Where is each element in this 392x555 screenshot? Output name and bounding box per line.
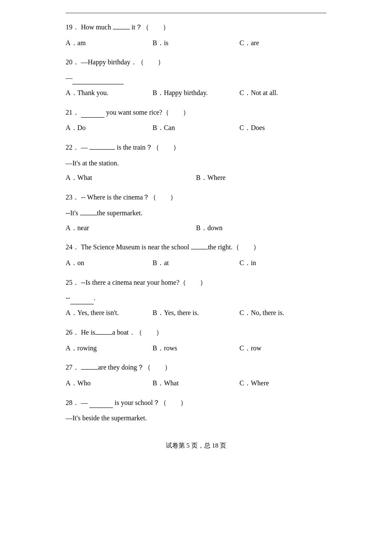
q27-number: 27． [66, 364, 79, 371]
q25-number: 25． [66, 279, 79, 286]
q28-response: —It's beside the supermarket. [66, 414, 147, 422]
q22-options: A．What B．Where [66, 172, 326, 184]
q21-text: you want some rice?（ ） [81, 109, 190, 116]
q20-number: 20． [66, 58, 79, 66]
q24-optA: A．on [66, 257, 153, 269]
q26-options: A．rowing B．rows C．row [66, 342, 326, 355]
q20-blank [72, 84, 124, 84]
q25-optB: B．Yes, there is. [153, 307, 239, 319]
q20-optC: C．Not at all. [239, 87, 326, 99]
q22-blank [89, 149, 115, 150]
q25-blank [70, 304, 94, 304]
q19-optC: C．are [239, 37, 326, 49]
q19-options: A．am B．is C．are [66, 37, 326, 49]
q25-optC: C．No, there is. [239, 307, 326, 319]
question-20: 20． —Happy birthday．（ ） — A．Thank you. B… [66, 57, 326, 99]
q20-stem: 20． —Happy birthday．（ ） [66, 57, 326, 68]
q23-text: -- Where is the cinema？（ ） [81, 194, 177, 201]
q23-optA: A．near [66, 222, 196, 234]
q26-blank [95, 334, 112, 335]
q25-dialog: --. [66, 292, 326, 304]
question-25: 25． --Is there a cinema near your home?（… [66, 277, 326, 319]
q19-text: How much it？（ ） [81, 23, 170, 31]
q23-options: A．near B．down [66, 222, 326, 234]
q28-dialog: —It's beside the supermarket. [66, 412, 326, 425]
q26-optB: B．rows [153, 342, 239, 355]
question-22: 22． — is the train？（ ） —It's at the stat… [66, 142, 326, 184]
q20-dash: — [66, 74, 124, 81]
q20-optA: A．Thank you. [66, 87, 153, 99]
q20-dialog: — [66, 72, 326, 84]
q22-text: — is the train？（ ） [81, 144, 180, 151]
q22-optB: B．Where [196, 172, 326, 184]
q26-text: He isa boat．（ ） [81, 329, 163, 336]
q19-optB: B．is [153, 37, 239, 49]
q22-dialog: —It's at the station. [66, 157, 326, 170]
q19-optA: A．am [66, 37, 153, 49]
q19-stem: 19． How much it？（ ） [66, 22, 326, 33]
footer-text: 试卷第 5 页，总 18 页 [166, 442, 227, 449]
question-19: 19． How much it？（ ） A．am B．is C．are [66, 22, 326, 49]
q27-optC: C．Where [239, 377, 326, 390]
question-27: 27． are they doing？（ ） A．Who B．What C．Wh… [66, 362, 326, 389]
q21-optB: B．Can [153, 122, 239, 134]
question-24: 24． The Science Museum is near the schoo… [66, 242, 326, 269]
q23-dialog: --It's the supermarket. [66, 207, 326, 220]
q24-options: A．on B．at C．in [66, 257, 326, 269]
q25-response: --. [66, 294, 95, 301]
q25-options: A．Yes, there isn't. B．Yes, there is. C．N… [66, 307, 326, 319]
question-26: 26． He isa boat．（ ） A．rowing B．rows C．ro… [66, 327, 326, 354]
q27-optB: B．What [153, 377, 239, 390]
q21-options: A．Do B．Can C．Does [66, 122, 326, 134]
q19-number: 19． [66, 23, 79, 31]
q27-options: A．Who B．What C．Where [66, 377, 326, 390]
question-23: 23． -- Where is the cinema？（ ） --It's th… [66, 192, 326, 234]
q23-optB: B．down [196, 222, 326, 234]
q23-number: 23． [66, 194, 79, 201]
q25-stem: 25． --Is there a cinema near your home?（… [66, 277, 326, 288]
q25-optA: A．Yes, there isn't. [66, 307, 153, 319]
q21-blank [81, 117, 104, 118]
q28-number: 28． [66, 399, 79, 406]
question-21: 21． you want some rice?（ ） A．Do B．Can C．… [66, 107, 326, 134]
q20-options: A．Thank you. B．Happy birthday. C．Not at … [66, 87, 326, 99]
q27-optA: A．Who [66, 377, 153, 390]
q21-number: 21． [66, 109, 79, 116]
q26-optA: A．rowing [66, 342, 153, 355]
q24-optC: C．in [239, 257, 326, 269]
q25-text: --Is there a cinema near your home?（ ） [81, 279, 207, 286]
q28-text: — is your school？（ ） [81, 399, 187, 406]
q21-stem: 21． you want some rice?（ ） [66, 107, 326, 118]
q27-blank [81, 369, 98, 370]
q19-blank [113, 29, 130, 29]
q23-blank [80, 215, 97, 215]
q22-stem: 22． — is the train？（ ） [66, 142, 326, 153]
q26-stem: 26． He isa boat．（ ） [66, 327, 326, 338]
q28-stem: 28． — is your school？（ ） [66, 397, 326, 408]
q24-stem: 24． The Science Museum is near the schoo… [66, 242, 326, 253]
q22-number: 22． [66, 144, 79, 151]
page-footer: 试卷第 5 页，总 18 页 [66, 442, 326, 450]
q24-blank [191, 249, 208, 249]
q22-optA: A．What [66, 172, 196, 184]
q21-optA: A．Do [66, 122, 153, 134]
q23-stem: 23． -- Where is the cinema？（ ） [66, 192, 326, 203]
q20-optB: B．Happy birthday. [153, 87, 239, 99]
question-28: 28． — is your school？（ ） —It's beside th… [66, 397, 326, 425]
q24-text: The Science Museum is near the school th… [81, 243, 260, 251]
q28-blank [89, 408, 113, 408]
q24-optB: B．at [153, 257, 239, 269]
q24-number: 24． [66, 243, 79, 251]
q27-stem: 27． are they doing？（ ） [66, 362, 326, 373]
q20-text: —Happy birthday．（ ） [81, 58, 164, 66]
top-divider [66, 13, 326, 13]
q23-response: --It's the supermarket. [66, 209, 142, 217]
q22-response: —It's at the station. [66, 159, 119, 167]
q21-optC: C．Does [239, 122, 326, 134]
q26-optC: C．row [239, 342, 326, 355]
q27-text: are they doing？（ ） [81, 364, 171, 371]
q26-number: 26． [66, 329, 79, 336]
